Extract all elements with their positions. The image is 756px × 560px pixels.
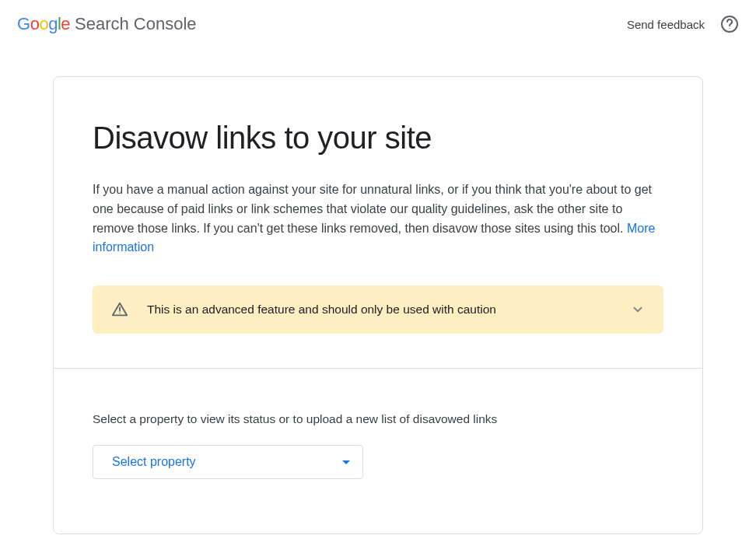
dropdown-placeholder: Select property [112, 455, 196, 469]
logo-letter: o [30, 14, 40, 33]
help-icon[interactable] [720, 15, 739, 33]
logo-letter: o [39, 14, 48, 33]
intro-text: If you have a manual action against your… [93, 183, 652, 235]
caution-text: This is an advanced feature and should o… [147, 303, 612, 317]
product-name: Search Console [75, 14, 197, 34]
header-actions: Send feedback [627, 15, 739, 33]
page-title: Disavow links to your site [93, 121, 663, 156]
select-property-dropdown[interactable]: Select property [93, 445, 363, 479]
logo-letter: g [48, 14, 58, 33]
logo-letter: G [17, 14, 30, 33]
card-select-section: Select a property to view its status or … [54, 369, 702, 534]
intro-paragraph: If you have a manual action against your… [93, 180, 663, 257]
card-intro-section: Disavow links to your site If you have a… [54, 77, 702, 369]
send-feedback-link[interactable]: Send feedback [627, 18, 705, 31]
caution-banner[interactable]: This is an advanced feature and should o… [93, 285, 663, 334]
warning-icon [111, 301, 128, 318]
main-card: Disavow links to your site If you have a… [53, 76, 703, 534]
app-header: Google Search Console Send feedback [0, 0, 756, 48]
logo-letter: e [61, 14, 70, 33]
google-logo: Google [17, 14, 70, 34]
caret-down-icon [342, 460, 350, 464]
logo: Google Search Console [17, 14, 197, 34]
svg-point-1 [729, 28, 730, 29]
svg-point-3 [119, 313, 120, 313]
chevron-down-icon [631, 303, 645, 317]
select-property-label: Select a property to view its status or … [93, 412, 663, 426]
